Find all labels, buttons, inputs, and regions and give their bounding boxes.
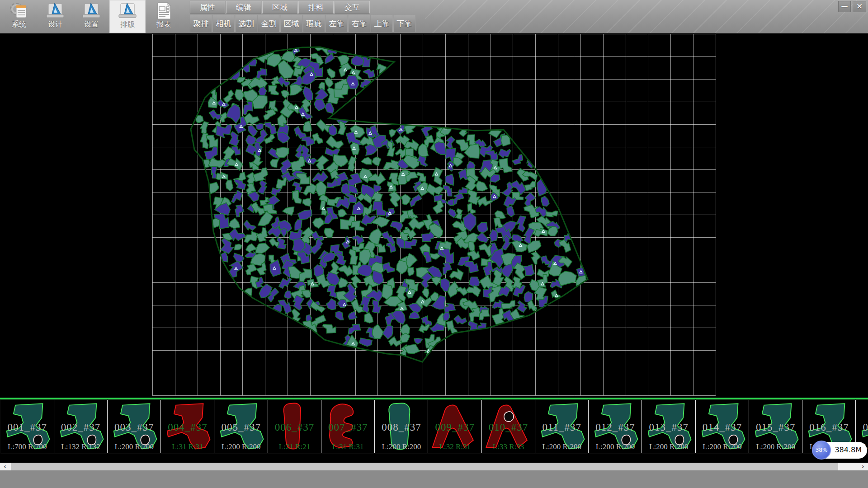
thumbnail-cell[interactable]: 002_#37L:132 R:132 (55, 400, 107, 453)
memory-value: 384.8M (835, 446, 862, 454)
menu-interact[interactable]: 交互 (335, 1, 370, 14)
piece-lr-count: L:132 R:132 (55, 442, 107, 451)
main-toolbar: 系统 设计 设置 (0, 0, 868, 33)
piece-lr-count: L:200 R:200 (642, 442, 695, 451)
thumbnail-cell[interactable]: 009_#37L:32 R:31 (429, 400, 481, 453)
piece-label: 015_#37 (750, 422, 802, 433)
nav-design[interactable]: 设计 (37, 0, 73, 33)
tool-region[interactable]: 区域 (280, 15, 302, 32)
menu-region[interactable]: 区域 (262, 1, 297, 14)
nav-system-label: 系统 (1, 20, 37, 29)
thumbnail-cell[interactable]: 014_#37L:200 R:200 (696, 400, 749, 453)
piece-lr-count: L:32 R:31 (429, 442, 481, 451)
memory-percent-badge: 38% (812, 441, 831, 460)
piece-label: 012_#37 (589, 422, 642, 433)
close-button[interactable]: ✕ (853, 1, 866, 12)
minimize-button[interactable]: — (838, 1, 851, 12)
memory-percent: 38% (813, 447, 830, 453)
scroll-left-arrow[interactable]: ‹ (0, 463, 10, 470)
thumbnail-cell[interactable]: 015_#37L:200 R:200 (750, 400, 802, 453)
piece-label: 002_#37 (55, 422, 107, 433)
layout-ruler-icon (117, 1, 138, 20)
menu-nesting[interactable]: 排料 (298, 1, 334, 14)
piece-lr-count: L:31 R:31 (161, 442, 214, 451)
settings-ruler-icon (81, 1, 102, 20)
piece-label: 014_#37 (696, 422, 749, 433)
strip-accent-line (0, 398, 868, 399)
piece-label: 009_#37 (429, 422, 481, 433)
toolbar-decoration (425, 0, 868, 33)
report-document-icon (153, 1, 174, 20)
system-gear-icon (9, 1, 29, 20)
tool-select-cut[interactable]: 选割 (235, 15, 257, 32)
piece-hole (504, 412, 513, 422)
piece-lr-count: L:200 R:200 (215, 442, 267, 451)
thumbnail-cell[interactable]: 011_#37L:200 R:200 (536, 400, 588, 453)
piece-label: 003_#37 (108, 422, 160, 433)
design-ruler-icon (45, 1, 66, 20)
tool-camera[interactable]: 相机 (212, 15, 235, 32)
piece-label: 011_#37 (536, 422, 588, 433)
piece-lr-count: L:31 R:31 (322, 442, 374, 451)
thumbnail-cell[interactable]: 001_#37L:700 R:700 (1, 400, 53, 453)
nesting-viewport[interactable] (0, 33, 868, 397)
piece-label: 006_#37 (269, 422, 321, 433)
thumbnail-cell[interactable]: 012_#37L:200 R:200 (589, 400, 642, 453)
piece-label: 007_#37 (322, 422, 374, 433)
tool-row: 聚排 相机 选割 全割 区域 瑕疵 左靠 右靠 上靠 下靠 (190, 15, 416, 33)
menu-properties[interactable]: 属性 (190, 1, 225, 14)
thumbnail-cell[interactable]: 007_#37L:31 R:31 (322, 400, 374, 453)
status-bar (0, 470, 868, 488)
tool-cut-all[interactable]: 全割 (258, 15, 280, 32)
thumbnail-cell[interactable]: 008_#37L:200 R:200 (375, 400, 428, 453)
piece-lr-count: L:200 R:200 (536, 442, 588, 451)
piece-lr-count: L:200 R:200 (589, 442, 642, 451)
nav-settings[interactable]: 设置 (73, 0, 109, 33)
piece-label: 017_#37 (856, 422, 868, 433)
nav-layout-label: 排版 (109, 20, 146, 29)
piece-lr-count: L:200 R:200 (696, 442, 749, 451)
tool-align-left[interactable]: 左靠 (326, 15, 348, 32)
nav-layout[interactable]: 排版 (109, 0, 146, 33)
piece-label: 010_#37 (482, 422, 535, 433)
thumbnail-cell[interactable]: 003_#37L:200 R:200 (108, 400, 160, 453)
thumbnail-cell[interactable]: 006_#37L:21 R:21 (269, 400, 321, 453)
piece-lr-count: L:33 R:33 (482, 442, 535, 451)
nav-design-label: 设计 (37, 20, 73, 29)
scrollbar-thumb[interactable] (11, 463, 838, 470)
application-window: 系统 设计 设置 (0, 0, 868, 488)
thumbnail-cell[interactable]: 010_#37L:33 R:33 (482, 400, 535, 453)
piece-thumbnail-strip: 001_#37L:700 R:700002_#37L:132 R:132003_… (0, 397, 868, 463)
piece-label: 001_#37 (1, 422, 53, 433)
piece-lr-count: L:200 R:200 (750, 442, 802, 451)
piece-label: 008_#37 (375, 422, 428, 433)
piece-lr-count: L:21 R:21 (269, 442, 321, 451)
tool-cluster-nest[interactable]: 聚排 (190, 15, 212, 32)
piece-label: 016_#37 (803, 422, 855, 433)
nav-report[interactable]: 报表 (146, 0, 182, 33)
nav-system[interactable]: 系统 (1, 0, 37, 33)
menu-edit[interactable]: 编辑 (226, 1, 261, 14)
tool-align-right[interactable]: 右靠 (348, 15, 370, 32)
tool-align-bottom[interactable]: 下靠 (393, 15, 415, 32)
menu-row: 属性 编辑 区域 排料 交互 (190, 1, 371, 14)
scroll-right-arrow[interactable]: › (858, 463, 868, 470)
piece-lr-count: L:200 R:200 (108, 442, 160, 451)
thumbnail-cell[interactable]: 004_#37L:31 R:31 (161, 400, 214, 453)
horizontal-scrollbar[interactable]: ‹ › (0, 463, 868, 470)
thumbnail-cells: 001_#37L:700 R:700002_#37L:132 R:132003_… (0, 400, 868, 453)
nav-report-label: 报表 (146, 20, 182, 29)
piece-label: 013_#37 (642, 422, 695, 433)
thumbnail-cell[interactable]: 013_#37L:200 R:200 (642, 400, 695, 453)
nav-settings-label: 设置 (73, 20, 109, 29)
thumbnail-cell[interactable]: 005_#37L:200 R:200 (215, 400, 267, 453)
nesting-canvas[interactable] (0, 33, 868, 397)
tool-align-top[interactable]: 上靠 (371, 15, 393, 32)
tool-defect[interactable]: 瑕疵 (303, 15, 325, 32)
piece-lr-count: L:700 R:700 (1, 442, 53, 451)
piece-label: 004_#37 (161, 422, 214, 433)
piece-label: 005_#37 (215, 422, 267, 433)
piece-lr-count: L:200 R:200 (375, 442, 428, 451)
